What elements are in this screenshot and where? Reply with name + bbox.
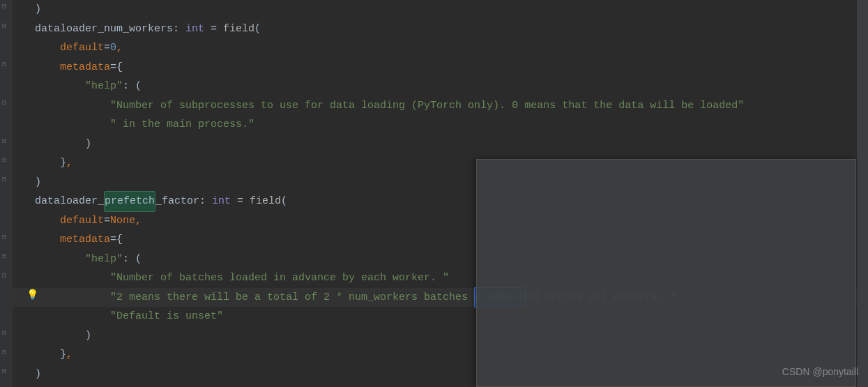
indent: [35, 211, 60, 231]
paren: ): [85, 326, 91, 346]
kwarg: metadata: [60, 58, 110, 77]
identifier: _factor:: [155, 192, 212, 211]
number: 0: [110, 38, 116, 58]
indent: [35, 153, 60, 173]
documentation-popup[interactable]: [476, 159, 856, 387]
brace: {: [116, 230, 123, 250]
watermark: CSDN @ponytaill: [782, 363, 858, 382]
indent: [35, 288, 110, 308]
indent: [35, 345, 60, 365]
code-line: ): [35, 0, 857, 20]
identifier: dataloader_num_workers:: [35, 20, 185, 39]
indent: [35, 115, 110, 135]
function-call: field: [223, 20, 254, 39]
function-call: field: [250, 192, 281, 211]
comma: ,: [116, 38, 123, 58]
scrollbar[interactable]: [858, 0, 868, 387]
fold-marker[interactable]: ⊟: [2, 369, 10, 374]
identifier-part: prefetch: [105, 195, 155, 207]
code-line: "Number of subprocesses to use for data …: [35, 96, 857, 116]
fold-marker[interactable]: ⊟: [2, 331, 10, 336]
indent: [35, 58, 60, 77]
string: "help": [85, 250, 123, 269]
paren: (: [281, 192, 287, 211]
comma: ,: [135, 211, 142, 231]
operator: =: [204, 20, 223, 39]
comma: ,: [66, 345, 73, 365]
fold-marker[interactable]: ⊟: [2, 273, 10, 279]
none-literal: None: [110, 211, 135, 231]
indent: [35, 250, 85, 269]
code-line: ): [35, 135, 857, 154]
editor-container: ⊟ ⊟ ⊟ ⊟ ⊟ ⊟ ⊟ ⊟ ⊟ ⊟ ⊟ ⊟ ⊟ 💡 ) dataloader…: [0, 0, 868, 387]
kwarg: default: [60, 211, 104, 231]
code-line: dataloader_num_workers: int = field(: [35, 20, 857, 39]
string: "Default is unset": [110, 307, 223, 326]
colon: : (: [123, 77, 142, 96]
paren: ): [35, 173, 41, 192]
type: int: [212, 192, 231, 211]
code-area[interactable]: 💡 ) dataloader_num_workers: int = field(…: [13, 0, 858, 387]
brace: }: [60, 345, 66, 365]
brace: }: [60, 153, 66, 173]
operator: =: [104, 211, 110, 231]
lightbulb-icon[interactable]: 💡: [26, 286, 36, 296]
search-match: prefetch: [104, 191, 155, 212]
string: "help": [85, 77, 123, 96]
paren: (: [254, 20, 261, 39]
indent: [35, 307, 110, 326]
type: int: [185, 20, 204, 39]
fold-marker[interactable]: ⊟: [2, 100, 10, 106]
fold-marker[interactable]: ⊟: [2, 139, 10, 144]
operator: =: [110, 58, 116, 77]
fold-marker[interactable]: ⊟: [2, 4, 10, 10]
operator: =: [104, 38, 110, 58]
code-line: "help": (: [35, 77, 857, 96]
gutter: ⊟ ⊟ ⊟ ⊟ ⊟ ⊟ ⊟ ⊟ ⊟ ⊟ ⊟ ⊟ ⊟: [0, 0, 13, 387]
fold-marker[interactable]: ⊟: [2, 158, 10, 163]
identifier: dataloader_: [35, 192, 104, 211]
indent: [35, 326, 85, 346]
colon: : (: [123, 250, 142, 269]
code-line: " in the main process.": [35, 115, 857, 135]
operator: =: [110, 230, 116, 250]
indent: [35, 268, 110, 288]
fold-marker[interactable]: ⊟: [2, 62, 10, 68]
paren: ): [85, 135, 91, 154]
fold-marker[interactable]: ⊟: [2, 254, 10, 259]
string: "Number of subprocesses to use for data …: [110, 96, 744, 116]
string: "Number of batches loaded in advance by …: [110, 268, 449, 288]
paren: ): [35, 365, 41, 384]
code-line: metadata={: [35, 58, 857, 77]
kwarg: metadata: [60, 230, 110, 250]
fold-marker[interactable]: ⊟: [2, 235, 10, 241]
indent: [35, 77, 85, 96]
comma: ,: [66, 153, 73, 173]
kwarg: default: [60, 38, 104, 58]
operator: =: [231, 192, 250, 211]
code-line: default=0,: [35, 38, 857, 58]
brace: {: [116, 58, 123, 77]
string: "2 means there will be a total of 2 * nu…: [110, 288, 474, 308]
indent: [35, 96, 110, 116]
string: " in the main process.": [110, 115, 254, 135]
fold-marker[interactable]: ⊟: [2, 350, 10, 356]
fold-marker[interactable]: ⊟: [2, 24, 10, 29]
fold-marker[interactable]: ⊟: [2, 177, 10, 183]
indent: [35, 230, 60, 250]
indent: [35, 135, 85, 154]
paren: ): [35, 0, 41, 20]
indent: [35, 38, 60, 58]
